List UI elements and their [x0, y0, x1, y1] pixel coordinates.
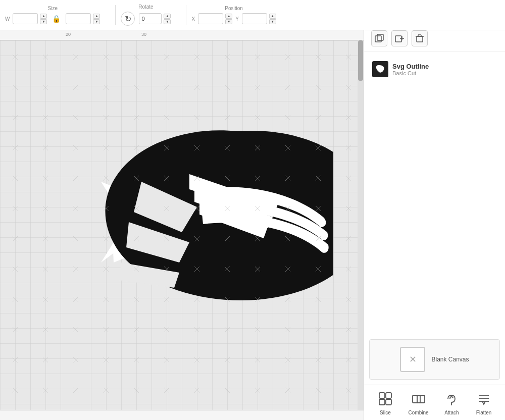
svg-marker-2 [111, 207, 157, 262]
ruler-mark-20: 20 [66, 32, 71, 37]
size-h-down[interactable]: ▼ [93, 19, 100, 24]
pos-x-up[interactable]: ▲ [225, 14, 232, 19]
svg-marker-3 [177, 177, 252, 207]
rotate-inputs: ↻ ▲ ▼ [121, 12, 171, 26]
svg-point-0 [118, 123, 333, 302]
duplicate-layer-button[interactable] [371, 30, 387, 46]
size-w-up[interactable]: ▲ [40, 14, 47, 19]
duck-logo-svg [40, 91, 333, 303]
slice-icon [376, 390, 394, 408]
combine-svg-icon [411, 391, 426, 406]
lock-icon[interactable]: 🔒 [52, 15, 61, 23]
grid-canvas[interactable] [0, 40, 364, 420]
pos-y-spinners: ▲ ▼ [269, 14, 276, 24]
svg-rect-11 [417, 36, 423, 42]
combine-icon [410, 390, 428, 408]
divider-1 [115, 5, 116, 25]
rotate-group: Rotate ↻ ▲ ▼ [121, 4, 171, 26]
y-label: Y [235, 16, 239, 22]
combine-label: Combine [409, 410, 429, 415]
pos-x-spinners: ▲ ▼ [225, 14, 232, 24]
slice-tool[interactable]: Slice [376, 390, 394, 415]
size-h-up[interactable]: ▲ [93, 14, 100, 19]
layers-list: Svg Outline Basic Cut [364, 52, 505, 334]
pos-x-input[interactable] [198, 13, 223, 24]
svg-marker-4 [184, 189, 250, 215]
attach-label: Attach [444, 410, 459, 415]
size-inputs: W ▲ ▼ 🔒 ▲ ▼ [5, 13, 100, 24]
vertical-scrollbar[interactable] [358, 40, 364, 420]
ruler-top: 20 30 [0, 30, 364, 40]
svg-marker-1 [101, 182, 152, 262]
svg-rect-16 [379, 393, 385, 398]
pos-x-down[interactable]: ▼ [225, 19, 232, 24]
top-toolbar: Size W ▲ ▼ 🔒 ▲ ▼ Rotate ↻ ▲ ▼ [0, 0, 505, 30]
size-w-down[interactable]: ▼ [40, 19, 47, 24]
delete-icon [415, 34, 424, 43]
svg-rect-18 [379, 399, 385, 405]
rotate-up[interactable]: ▲ [164, 14, 171, 19]
layer-thumb-icon [374, 63, 386, 75]
rotate-down[interactable]: ▼ [164, 19, 171, 24]
svg-rect-6 [375, 36, 381, 42]
size-h-spinners: ▲ ▼ [93, 14, 100, 24]
ruler-mark-30: 30 [141, 32, 146, 37]
position-group: Position X ▲ ▼ Y ▲ ▼ [191, 6, 276, 24]
position-inputs: X ▲ ▼ Y ▲ ▼ [191, 13, 276, 24]
svg-rect-19 [386, 399, 391, 405]
flatten-tool[interactable]: Flatten [475, 390, 493, 415]
attach-tool[interactable]: Attach [442, 390, 461, 415]
pos-y-input[interactable] [242, 13, 267, 24]
size-group: Size W ▲ ▼ 🔒 ▲ ▼ [5, 6, 100, 24]
flatten-svg-icon [476, 391, 491, 406]
svg-rect-17 [386, 393, 391, 398]
divider-2 [186, 5, 186, 25]
rotate-spinners: ▲ ▼ [164, 14, 171, 24]
right-panel: Layers Color Sync [364, 0, 505, 420]
combine-tool[interactable]: Combine [409, 390, 429, 415]
bottom-toolbar: Slice Combine Attach [364, 385, 505, 420]
slice-label: Slice [380, 410, 391, 415]
duplicate-icon [375, 34, 384, 43]
x-label: X [191, 16, 195, 22]
add-layer-icon [395, 34, 404, 43]
svg-rect-20 [413, 395, 420, 403]
size-h-input[interactable] [66, 13, 91, 24]
flatten-label: Flatten [476, 410, 492, 415]
size-w-input[interactable] [13, 13, 38, 24]
size-label: Size [48, 6, 58, 11]
layer-thumbnail [372, 61, 388, 77]
rotate-input[interactable] [139, 13, 162, 24]
pos-y-down[interactable]: ▼ [269, 19, 276, 24]
flatten-icon [475, 390, 493, 408]
rotate-label: Rotate [138, 4, 153, 10]
attach-svg-icon [444, 391, 459, 406]
add-layer-button[interactable] [391, 30, 408, 46]
svg-rect-8 [395, 36, 401, 42]
position-label: Position [225, 6, 243, 11]
delete-layer-button[interactable] [412, 30, 428, 46]
logo-container[interactable] [40, 91, 333, 303]
canvas-bottom-bar [0, 410, 364, 420]
svg-marker-5 [192, 201, 247, 221]
layer-type: Basic Cut [392, 70, 429, 76]
rotate-icon[interactable]: ↻ [121, 12, 135, 26]
layer-name: Svg Outline [392, 63, 429, 70]
size-w-spinners: ▲ ▼ [40, 14, 47, 24]
layer-item-svg-outline[interactable]: Svg Outline Basic Cut [369, 57, 500, 81]
scrollbar-thumb[interactable] [358, 40, 363, 81]
canvas-area[interactable]: 20 30 [0, 30, 364, 420]
svg-rect-21 [417, 395, 425, 403]
canvas-thumbnail-area[interactable]: ✕ Blank Canvas [369, 339, 500, 380]
blank-canvas-label: Blank Canvas [431, 356, 469, 363]
canvas-x-box: ✕ [400, 347, 425, 372]
w-label: W [5, 16, 10, 22]
layer-info: Svg Outline Basic Cut [392, 63, 429, 76]
attach-icon [442, 390, 461, 408]
svg-rect-7 [377, 34, 383, 40]
pos-y-up[interactable]: ▲ [269, 14, 276, 19]
slice-svg-icon [378, 391, 393, 406]
